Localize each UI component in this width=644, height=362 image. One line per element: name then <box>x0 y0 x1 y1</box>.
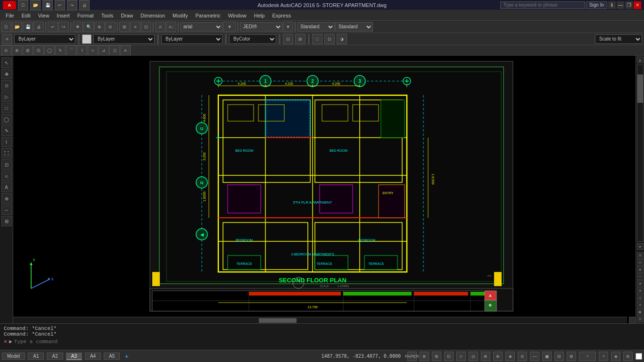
quick-access-new[interactable]: 🗋 <box>18 0 28 10</box>
lt-undo[interactable]: ⎌ <box>1 171 12 181</box>
tb-d5[interactable]: ◯ <box>44 45 55 56</box>
model-space-btn[interactable]: ⊕ <box>420 352 429 361</box>
lt-rectangle[interactable]: □ <box>1 103 12 113</box>
quick-access-undo[interactable]: ↩ <box>55 0 65 10</box>
tb-shade[interactable]: ◑ <box>337 34 347 44</box>
tb-save[interactable]: 💾 <box>23 22 33 32</box>
style-dropdown[interactable]: JEDI® <box>240 22 282 32</box>
hscroll-thumb[interactable] <box>259 318 297 323</box>
tb-redo[interactable]: ↪ <box>58 22 69 32</box>
tb-d9[interactable]: ⊹ <box>88 45 98 56</box>
scale-dropdown[interactable]: Scale to fit <box>595 34 642 44</box>
dimstyle-dropdown[interactable]: Standard <box>297 22 335 32</box>
tb-zoom[interactable]: 🔍 <box>83 22 94 32</box>
menu-tools[interactable]: Tools <box>98 10 117 21</box>
lt-region[interactable]: ⊡ <box>1 159 12 170</box>
rt-btn1[interactable]: ⊞ <box>637 252 644 259</box>
tb-d1[interactable]: ⊙ <box>1 45 11 56</box>
snap-btn[interactable]: ⊡ <box>444 352 454 361</box>
tab-a2[interactable]: A2 <box>47 353 63 360</box>
lt-insert[interactable]: ⊕ <box>1 193 12 204</box>
ortho-btn[interactable]: ⊹ <box>456 352 466 361</box>
tab-model[interactable]: Model <box>2 353 25 360</box>
add-layout-button[interactable]: + <box>123 353 130 360</box>
layer-dropdown[interactable]: ByLayer <box>14 34 75 44</box>
tb-props[interactable]: ⊡ <box>141 22 151 32</box>
lt-spline[interactable]: ⌇ <box>1 137 12 147</box>
tab-a4[interactable]: A4 <box>85 353 101 360</box>
vscroll-thumb[interactable] <box>637 74 643 103</box>
lineweight-dropdown[interactable]: ByLayer <box>161 34 223 44</box>
search-input[interactable] <box>500 1 585 9</box>
cmd-input[interactable] <box>14 339 640 345</box>
otrack-btn[interactable]: ⊕ <box>493 352 503 361</box>
grid-display-btn[interactable]: ⊞ <box>432 352 441 361</box>
dyn-btn[interactable]: ⊘ <box>518 352 527 361</box>
tb-text[interactable]: A <box>155 22 165 32</box>
menu-help[interactable]: Help <box>250 10 269 21</box>
tb-plot[interactable]: 🖨 <box>33 22 44 32</box>
menu-dimension[interactable]: Dimension <box>137 10 169 21</box>
color-dropdown[interactable]: ByColor <box>229 34 276 44</box>
tb-pan[interactable]: ✥ <box>73 22 83 32</box>
vertical-scrollbar[interactable] <box>637 65 644 242</box>
tp-btn[interactable]: ▣ <box>542 352 552 361</box>
textstyle-dropdown[interactable]: Standard <box>335 22 373 32</box>
tb-zoom-prev[interactable]: ⊖ <box>105 22 116 32</box>
tb-new[interactable]: 🗋 <box>1 22 11 32</box>
rt-btn5[interactable]: ⊗ <box>637 280 644 287</box>
lt-pen[interactable]: ✎ <box>1 125 12 136</box>
rt-btn9[interactable]: ▣ <box>637 309 644 315</box>
quick-access-open[interactable]: 📂 <box>30 0 41 10</box>
sync-scale-btn[interactable]: ◈ <box>611 352 620 361</box>
tb-font-size[interactable]: ▼ <box>223 22 236 32</box>
lt-triangle[interactable]: ▷ <box>1 91 12 102</box>
rt-btn7[interactable]: ◎ <box>637 295 644 301</box>
horizontal-scrollbar[interactable] <box>13 317 627 323</box>
menu-insert[interactable]: Insert <box>53 10 74 21</box>
tb-d3[interactable]: ⊞ <box>23 45 33 56</box>
quick-access-redo[interactable]: ↪ <box>67 0 77 10</box>
lt-hatch[interactable]: ⛶ <box>1 148 12 158</box>
menu-parametric[interactable]: Parametric <box>191 10 224 21</box>
color-swatch[interactable] <box>82 34 91 44</box>
anno-scale-btn[interactable]: ＋ <box>579 352 596 361</box>
lt-dim[interactable]: ↔ <box>1 205 12 215</box>
rt-btn6[interactable]: ⊕ <box>637 288 644 294</box>
tb-layer[interactable]: ≡ <box>130 22 140 32</box>
lw-btn[interactable]: — <box>530 352 539 361</box>
font-dropdown[interactable]: arial <box>180 22 223 32</box>
menu-file[interactable]: File <box>2 10 18 21</box>
lt-snap[interactable]: ⊞ <box>1 216 12 226</box>
polar-btn[interactable]: ◎ <box>469 352 478 361</box>
lt-text[interactable]: A <box>1 182 12 192</box>
rt-btn8[interactable]: ⊘ <box>637 302 644 308</box>
menu-view[interactable]: View <box>34 10 53 21</box>
app-restore-button[interactable]: ❐ <box>625 1 633 9</box>
tab-a3[interactable]: A3 <box>66 353 82 360</box>
tb-d11[interactable]: ⌸ <box>109 45 120 56</box>
rt-down[interactable]: ▼ <box>637 243 644 250</box>
tb-d12[interactable]: A <box>120 45 131 56</box>
tb-open[interactable]: 📂 <box>12 22 22 32</box>
quick-access-print[interactable]: 🖨 <box>79 0 90 10</box>
menu-express[interactable]: Express <box>268 10 295 21</box>
tb-undo[interactable]: ↩ <box>48 22 58 32</box>
tab-a5[interactable]: A5 <box>104 353 120 360</box>
menu-draw[interactable]: Draw <box>117 10 137 21</box>
info-button[interactable]: ℹ <box>608 1 616 9</box>
tb-d4[interactable]: ⊡ <box>33 45 44 56</box>
lt-select[interactable]: ↖ <box>1 58 12 68</box>
lt-oval[interactable]: ◯ <box>1 114 12 124</box>
sc-btn[interactable]: ⊞ <box>567 352 576 361</box>
tb-annotate[interactable]: ⊞ <box>295 34 305 44</box>
layer-props-btn[interactable]: ≡ <box>2 34 12 44</box>
tb-d2[interactable]: ⊕ <box>12 45 22 56</box>
tb-mtext[interactable]: A↓ <box>166 22 176 32</box>
tb-plot-style[interactable]: ⊡ <box>283 34 293 44</box>
app-minimize-button[interactable]: — <box>617 1 624 9</box>
sign-in-button[interactable]: Sign In <box>586 1 607 9</box>
tb-d6[interactable]: ✎ <box>55 45 66 56</box>
tb-style-expand[interactable]: ▼ <box>283 22 293 32</box>
quick-access-save[interactable]: 💾 <box>42 0 53 10</box>
